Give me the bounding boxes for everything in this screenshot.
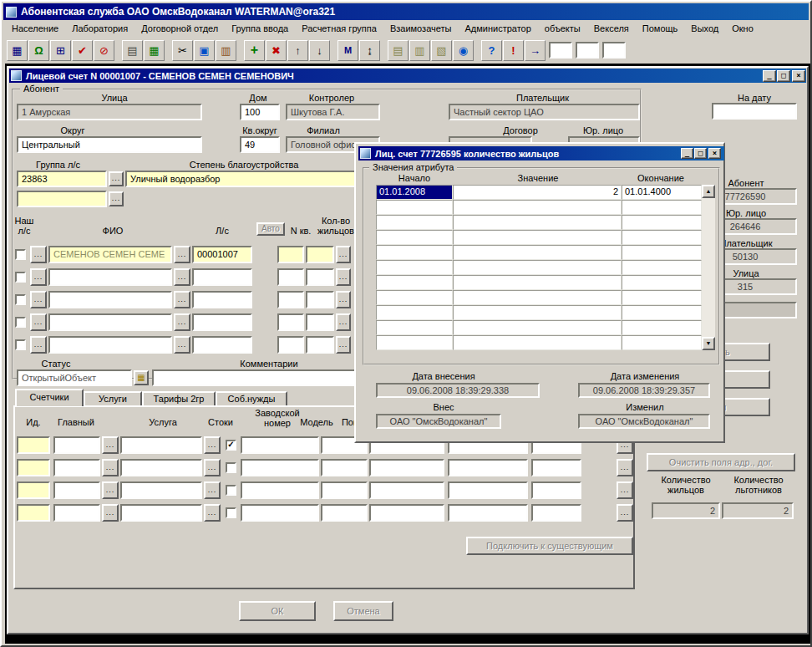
meter-date-field[interactable] xyxy=(448,481,528,499)
account-number-field[interactable]: 00001007 xyxy=(192,246,252,263)
account-number-field[interactable] xyxy=(192,313,252,331)
dialog-maximize-button[interactable]: □ xyxy=(694,148,707,159)
meter-readings-field[interactable] xyxy=(369,481,444,499)
residents-total-field[interactable]: 2 xyxy=(652,502,720,519)
maximize-button[interactable]: □ xyxy=(777,70,790,82)
kv-district-field[interactable]: 49 xyxy=(240,136,280,153)
attr-end-cell[interactable] xyxy=(622,305,702,320)
meter-serial-field[interactable] xyxy=(241,504,319,522)
attr-end-cell[interactable]: 01.01.4000 xyxy=(622,185,702,200)
attr-start-cell[interactable] xyxy=(376,200,453,215)
meter-serial-field[interactable] xyxy=(241,436,319,454)
scrollbar-down-button[interactable]: ▼ xyxy=(702,337,715,350)
attr-end-cell[interactable] xyxy=(622,335,702,350)
fio-name-field[interactable] xyxy=(48,336,172,354)
meter-sewage-checkbox[interactable] xyxy=(226,485,236,496)
meter-main-field[interactable] xyxy=(53,459,100,476)
attr-value-cell[interactable] xyxy=(453,320,622,335)
attr-end-cell[interactable] xyxy=(622,245,702,260)
group-ls-field[interactable]: 23863 xyxy=(17,171,107,187)
attr-start-cell[interactable] xyxy=(376,245,453,260)
fio-name-lookup-button[interactable]: ... xyxy=(174,336,190,354)
attr-start-cell[interactable] xyxy=(376,290,453,305)
attr-value-cell[interactable] xyxy=(453,290,622,305)
status-picker-button[interactable]: ▦ xyxy=(134,370,149,385)
fio-name-field[interactable] xyxy=(48,313,172,331)
attr-value-cell[interactable] xyxy=(453,245,622,260)
dialog-minimize-button[interactable]: _ xyxy=(681,148,693,159)
fio-name-field[interactable] xyxy=(48,268,172,286)
attr-start-cell[interactable] xyxy=(376,275,453,290)
fio-row-checkbox[interactable] xyxy=(15,272,26,283)
attr-value-cell[interactable] xyxy=(453,260,622,275)
residents-count-field[interactable] xyxy=(306,268,334,286)
controller-field[interactable]: Шкутова Г.А. xyxy=(286,104,380,120)
attr-end-cell[interactable] xyxy=(622,320,702,335)
meter-row-more-button[interactable]: ... xyxy=(617,481,633,499)
attr-end-cell[interactable] xyxy=(622,260,702,275)
fio-row-more-button[interactable]: ... xyxy=(336,313,351,331)
tab-schetchiki[interactable]: Счетчики xyxy=(15,389,84,406)
scrollbar-track[interactable] xyxy=(702,198,715,337)
meter-row-more-button[interactable]: ... xyxy=(617,459,633,476)
residents-count-field[interactable] xyxy=(306,313,334,331)
fio-row-checkbox[interactable] xyxy=(15,339,26,350)
meter-service-field[interactable] xyxy=(120,459,202,476)
attr-end-cell[interactable] xyxy=(622,290,702,305)
dialog-close-button[interactable]: × xyxy=(708,148,721,159)
fio-row-checkbox[interactable] xyxy=(15,294,26,305)
meter-main-lookup-button[interactable]: ... xyxy=(102,436,119,454)
group-ls2-lookup-button[interactable]: ... xyxy=(109,191,124,206)
fio-name-lookup-button[interactable]: ... xyxy=(174,291,190,308)
fio-name-field[interactable]: СЕМЕНОВ СЕМЕН СЕМЕ xyxy=(48,246,172,263)
fio-name-field[interactable] xyxy=(48,291,172,308)
close-button[interactable]: × xyxy=(792,70,805,82)
meter-sewage-checkbox[interactable]: ✓ xyxy=(226,440,236,451)
attr-value-cell[interactable] xyxy=(453,230,622,245)
flat-number-field[interactable] xyxy=(277,268,304,286)
street-field[interactable]: 1 Амурская xyxy=(17,104,202,120)
flat-number-field[interactable] xyxy=(277,313,304,331)
fio-row-more-button[interactable]: ... xyxy=(336,336,351,354)
tab-uslugi[interactable]: Услуги xyxy=(84,391,142,406)
cancel-form-button[interactable]: Отмена xyxy=(333,601,393,621)
attr-start-cell[interactable] xyxy=(376,320,453,335)
account-number-field[interactable] xyxy=(192,336,252,354)
house-field[interactable]: 100 xyxy=(240,104,280,120)
attr-start-cell[interactable] xyxy=(376,260,453,275)
meter-service-lookup-button[interactable]: ... xyxy=(204,436,221,454)
tab-sob-nuzhdy[interactable]: Соб.нужды xyxy=(216,391,287,406)
fio-name-lookup-button[interactable]: ... xyxy=(174,313,190,331)
meter-id-field[interactable] xyxy=(17,504,50,522)
fio-row-lookup-button[interactable]: ... xyxy=(30,291,47,308)
fio-row-more-button[interactable]: ... xyxy=(336,268,351,286)
meter-id-field[interactable] xyxy=(17,459,50,476)
auto-button[interactable]: Авто xyxy=(256,222,285,236)
ok-button[interactable]: ОК xyxy=(239,601,316,621)
beneficiaries-total-field[interactable]: 2 xyxy=(722,502,794,519)
meter-extra-field[interactable] xyxy=(531,481,581,499)
meter-model-field[interactable] xyxy=(321,459,368,476)
fio-row-checkbox[interactable] xyxy=(15,249,26,260)
dialog-titlebar[interactable]: Лиц. счет 77726595 количество жильцов xyxy=(358,146,724,160)
status-field[interactable]: ОткрытыйОбъект xyxy=(17,369,132,386)
meter-main-lookup-button[interactable]: ... xyxy=(102,504,119,522)
meter-readings-field[interactable] xyxy=(369,459,444,476)
fio-name-lookup-button[interactable]: ... xyxy=(174,246,190,263)
fio-row-lookup-button[interactable]: ... xyxy=(30,268,47,286)
tab-tarify-2gr[interactable]: Тарифы 2гр xyxy=(142,391,216,406)
group-ls2-field[interactable] xyxy=(17,191,107,207)
meter-main-field[interactable] xyxy=(53,481,100,499)
meter-main-field[interactable] xyxy=(53,504,100,522)
flat-number-field[interactable] xyxy=(277,291,304,308)
meter-serial-field[interactable] xyxy=(241,459,319,476)
on-date-field[interactable] xyxy=(712,103,797,120)
attr-end-cell[interactable] xyxy=(622,230,702,245)
minimize-button[interactable]: _ xyxy=(763,70,776,82)
meter-readings-field[interactable] xyxy=(369,504,444,522)
meter-service-field[interactable] xyxy=(120,504,202,522)
attr-value-cell[interactable] xyxy=(453,215,622,230)
residents-count-field[interactable] xyxy=(306,291,334,308)
fio-row-checkbox[interactable] xyxy=(15,317,26,328)
group-ls-lookup-button[interactable]: ... xyxy=(109,171,124,186)
